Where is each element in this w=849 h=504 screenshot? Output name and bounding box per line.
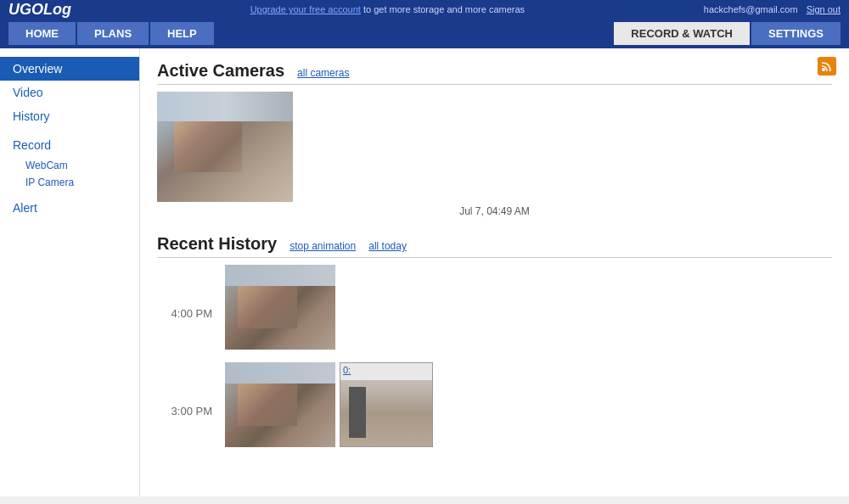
signout-link[interactable]: Sign out <box>807 4 841 14</box>
recent-history-header: Recent History stop animation all today <box>157 234 832 258</box>
nav-record-watch[interactable]: RECORD & WATCH <box>614 22 750 45</box>
upgrade-link[interactable]: Upgrade your free account <box>250 4 361 14</box>
recent-history-section: Recent History stop animation all today … <box>157 234 832 447</box>
sidebar-item-record[interactable]: Record <box>0 133 139 157</box>
rss-icon[interactable] <box>818 57 836 76</box>
recent-history-title: Recent History <box>157 234 277 254</box>
sidebar-item-history[interactable]: History <box>0 104 139 128</box>
all-today-link[interactable]: all today <box>368 240 407 252</box>
sidebar-item-video[interactable]: Video <box>0 81 139 104</box>
active-cameras-title: Active Cameras <box>157 61 284 81</box>
history-thumbs-3pm: 0: <box>225 362 433 447</box>
all-cameras-link[interactable]: all cameras <box>297 67 349 79</box>
top-bar: UGOLog Upgrade your free account to get … <box>0 0 849 19</box>
history-thumb-3pm-2[interactable]: 0: <box>340 362 433 447</box>
history-thumbs-4pm <box>225 265 335 350</box>
history-thumb-4pm[interactable] <box>225 265 335 350</box>
nav-plans[interactable]: PLANS <box>77 22 149 45</box>
user-area: hackchefs@gmail.com Sign out <box>704 4 841 14</box>
layout: Overview Video History Record WebCam IP … <box>0 48 849 496</box>
nav-settings[interactable]: SETTINGS <box>751 22 841 45</box>
camera-timestamp: Jul 7, 04:49 AM <box>157 205 832 217</box>
history-clip-link[interactable]: 0: <box>343 365 351 375</box>
history-time-4pm: 4:00 PM <box>157 265 212 320</box>
sidebar: Overview Video History Record WebCam IP … <box>0 48 140 496</box>
logo[interactable]: UGOLog <box>8 1 71 19</box>
history-row-3pm: 3:00 PM 0: <box>157 362 832 447</box>
upgrade-banner: Upgrade your free account to get more st… <box>71 4 704 14</box>
rss-area <box>818 57 836 76</box>
active-cameras-header: Active Cameras all cameras <box>157 61 832 85</box>
history-thumb-3pm-1[interactable] <box>225 362 335 447</box>
active-cameras-section: Active Cameras all cameras Jul 7, 04:49 … <box>157 61 832 217</box>
sidebar-item-overview[interactable]: Overview <box>0 57 139 81</box>
history-time-3pm: 3:00 PM <box>157 362 212 417</box>
nav-bar: HOME PLANS HELP RECORD & WATCH SETTINGS <box>0 19 849 48</box>
svg-point-0 <box>822 68 825 71</box>
nav-home[interactable]: HOME <box>8 22 76 45</box>
stop-animation-link[interactable]: stop animation <box>290 240 356 252</box>
camera-thumbnail[interactable] <box>157 92 293 202</box>
sidebar-item-webcam[interactable]: WebCam <box>0 157 139 174</box>
main-content: Active Cameras all cameras Jul 7, 04:49 … <box>140 48 849 496</box>
sidebar-item-ipcamera[interactable]: IP Camera <box>0 174 139 191</box>
nav-help[interactable]: HELP <box>150 22 214 45</box>
user-email: hackchefs@gmail.com <box>704 4 798 14</box>
camera-thumbnail-container: Jul 7, 04:49 AM <box>157 92 832 217</box>
history-row-4pm: 4:00 PM <box>157 265 832 350</box>
sidebar-item-alert[interactable]: Alert <box>0 196 139 220</box>
